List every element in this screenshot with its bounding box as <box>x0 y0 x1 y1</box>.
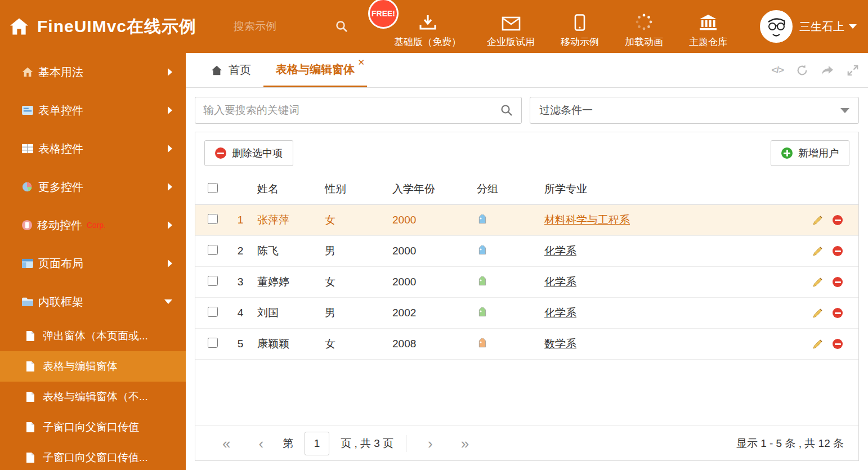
delete-selected-button[interactable]: 删除选中项 <box>204 140 293 166</box>
chart-pie-icon <box>21 181 34 193</box>
column-header-gender[interactable]: 性别 <box>319 182 387 196</box>
edit-row-button[interactable] <box>812 276 824 288</box>
view-source-icon[interactable] <box>771 65 784 76</box>
tab-close-icon[interactable] <box>357 57 365 68</box>
search-icon[interactable] <box>335 20 348 33</box>
table-row[interactable]: 3 董婷婷 女 2000 化学系 <box>195 267 858 298</box>
table-header-row: 姓名 性别 入学年份 分组 所学专业 <box>195 174 858 205</box>
nav-label: 企业版试用 <box>487 35 535 48</box>
edit-row-button[interactable] <box>812 338 824 350</box>
spinner-icon <box>635 13 653 31</box>
table-row[interactable]: 5 康颖颖 女 2008 数学系 <box>195 329 858 360</box>
chevron-down-icon <box>849 24 857 29</box>
refresh-icon[interactable] <box>796 64 808 77</box>
table-row[interactable]: 4 刘国 男 2002 化学系 <box>195 298 858 329</box>
column-header-major[interactable]: 所学专业 <box>539 182 791 196</box>
sidebar-subitem-grid-edit-window[interactable]: 表格与编辑窗体 <box>0 351 186 382</box>
delete-row-button[interactable] <box>833 339 843 349</box>
row-checkbox[interactable] <box>208 276 218 286</box>
nav-enterprise-trial[interactable]: 企业版试用 <box>487 5 535 48</box>
tag-icon <box>471 276 539 288</box>
nav-mobile-demo[interactable]: 移动示例 <box>561 5 599 48</box>
file-icon <box>26 361 35 372</box>
keyword-search-box[interactable] <box>195 97 522 124</box>
frame-icon <box>21 297 34 307</box>
column-header-year[interactable]: 入学年份 <box>387 182 471 196</box>
header-search[interactable] <box>234 20 355 33</box>
cell-gender: 女 <box>319 337 387 351</box>
corp-badge: Corp. <box>87 221 106 230</box>
major-link[interactable]: 化学系 <box>544 245 576 257</box>
next-page-button[interactable] <box>415 436 445 451</box>
plus-circle-icon <box>781 147 793 159</box>
header-search-input[interactable] <box>234 20 307 33</box>
edit-row-button[interactable] <box>812 307 824 319</box>
row-checkbox[interactable] <box>208 245 218 255</box>
house-icon <box>21 66 34 78</box>
minus-circle-icon <box>215 147 226 159</box>
form-icon <box>21 105 34 115</box>
column-header-group[interactable]: 分组 <box>471 182 539 196</box>
table-row[interactable]: 2 陈飞 男 2000 化学系 <box>195 236 858 267</box>
prev-page-button[interactable] <box>246 436 276 451</box>
sidebar-item-basic-usage[interactable]: 基本用法 <box>0 53 186 91</box>
table-row[interactable]: 1 张萍萍 女 2000 材料科学与工程系 <box>195 205 858 236</box>
top-nav: FREE! 基础版（免费） 企业版试用 移动示例 <box>394 5 727 48</box>
sidebar-item-inline-frame[interactable]: 内联框架 <box>0 283 186 321</box>
expand-icon[interactable] <box>847 64 859 77</box>
table-icon <box>21 144 34 154</box>
data-table: 姓名 性别 入学年份 分组 所学专业 1 张萍萍 女 2000 <box>195 174 858 360</box>
sidebar-item-form-controls[interactable]: 表单控件 <box>0 91 186 129</box>
major-link[interactable]: 化学系 <box>544 276 576 288</box>
major-link[interactable]: 化学系 <box>544 307 576 319</box>
tab-home[interactable]: 首页 <box>198 53 263 87</box>
sidebar-subitem-child-to-parent-2[interactable]: 子窗口向父窗口传值... <box>0 442 186 470</box>
column-header-name[interactable]: 姓名 <box>252 182 319 196</box>
cell-name: 刘国 <box>252 306 319 320</box>
keyword-search-input[interactable] <box>203 104 500 117</box>
sidebar-item-more-controls[interactable]: 更多控件 <box>0 168 186 206</box>
edit-row-button[interactable] <box>812 245 824 257</box>
layout-icon <box>21 258 34 268</box>
main-content: 首页 表格与编辑窗体 <box>186 53 868 470</box>
free-badge: FREE! <box>368 0 399 29</box>
sidebar-subitem-child-to-parent[interactable]: 子窗口向父窗口传值 <box>0 412 186 442</box>
page-input[interactable] <box>305 432 329 455</box>
last-page-button[interactable] <box>449 436 481 451</box>
nav-basic-free[interactable]: FREE! 基础版（免费） <box>394 5 461 48</box>
user-menu[interactable]: 三生石上 <box>760 10 857 43</box>
sidebar-subitem-popup-window[interactable]: 弹出窗体（本页面或... <box>0 321 186 351</box>
row-checkbox[interactable] <box>208 307 218 317</box>
nav-loading-animation[interactable]: 加载动画 <box>625 5 663 48</box>
sidebar-item-page-layout[interactable]: 页面布局 <box>0 244 186 283</box>
delete-row-button[interactable] <box>833 246 843 256</box>
sidebar-item-grid-controls[interactable]: 表格控件 <box>0 129 186 168</box>
filter-select[interactable]: 过滤条件一 <box>530 97 859 124</box>
cell-gender: 女 <box>319 213 387 227</box>
delete-row-button[interactable] <box>833 215 843 225</box>
user-name: 三生石上 <box>799 19 857 34</box>
grid-panel: 删除选中项 新增用户 姓名 性别 入学年份 分组 所 <box>195 132 859 461</box>
major-link[interactable]: 数学系 <box>544 338 576 350</box>
edit-row-button[interactable] <box>812 214 824 226</box>
cell-year: 2002 <box>387 307 471 319</box>
select-all-checkbox[interactable] <box>208 183 218 193</box>
chevron-right-icon <box>168 68 172 76</box>
chevron-down-icon <box>164 299 172 304</box>
cell-gender: 男 <box>319 306 387 320</box>
row-checkbox[interactable] <box>208 214 218 224</box>
mobile-control-icon <box>21 220 33 231</box>
first-page-button[interactable] <box>210 436 243 451</box>
cell-year: 2000 <box>387 245 471 257</box>
tab-grid-edit-window[interactable]: 表格与编辑窗体 <box>263 53 367 87</box>
major-link[interactable]: 材料科学与工程系 <box>544 214 630 226</box>
delete-row-button[interactable] <box>833 277 843 287</box>
add-user-button[interactable]: 新增用户 <box>771 140 849 166</box>
sidebar-item-mobile-controls[interactable]: 移动控件 Corp. <box>0 206 186 244</box>
nav-theme-store[interactable]: 主题仓库 <box>689 5 727 48</box>
share-icon[interactable] <box>821 65 834 76</box>
search-icon[interactable] <box>500 104 513 117</box>
sidebar-subitem-grid-edit-window-2[interactable]: 表格与编辑窗体（不... <box>0 382 186 412</box>
delete-row-button[interactable] <box>833 308 843 318</box>
row-checkbox[interactable] <box>208 338 218 348</box>
